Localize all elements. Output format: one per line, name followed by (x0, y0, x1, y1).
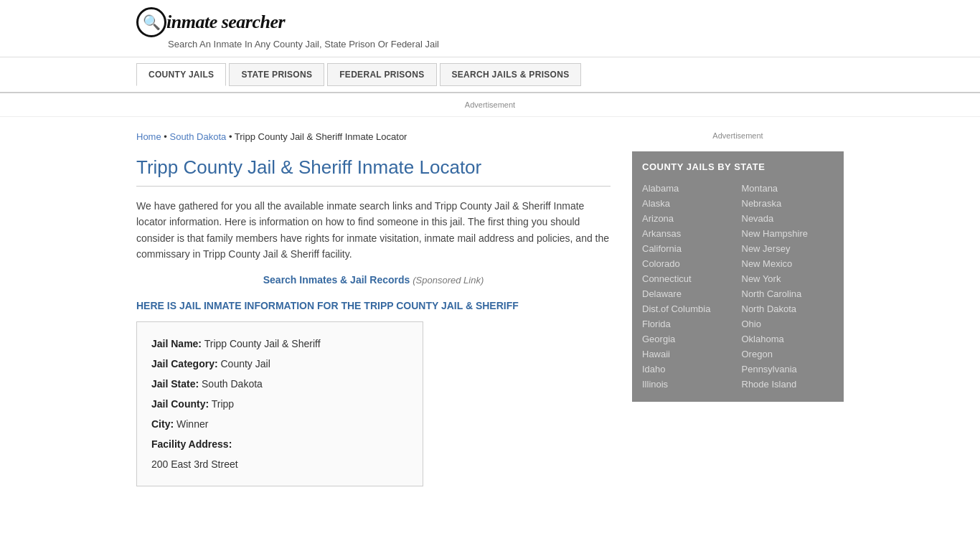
content-area: Home • South Dakota • Tripp County Jail … (136, 117, 611, 501)
state-new-mexico[interactable]: New Mexico (742, 256, 834, 271)
state-nevada[interactable]: Nevada (742, 211, 834, 226)
jail-city-label: City: (151, 418, 174, 430)
jail-county-row: Jail County: Tripp (151, 394, 408, 414)
state-pennsylvania[interactable]: Pennsylvania (742, 362, 834, 377)
state-grid: Alabama Alaska Arizona Arkansas Californ… (642, 181, 834, 392)
description: We have gathered for you all the availab… (136, 198, 611, 263)
states-col1: Alabama Alaska Arizona Arkansas Californ… (642, 181, 735, 392)
logo-text: inmate searcher (166, 11, 285, 33)
jail-address-value: 200 East 3rd Street (151, 458, 238, 470)
nav-federal-prisons[interactable]: FEDERAL PRISONS (327, 63, 436, 86)
state-montana[interactable]: Montana (742, 181, 834, 196)
sidebar: Advertisement COUNTY JAILS BY STATE Alab… (632, 117, 844, 501)
logo-icon: 🔍 (136, 7, 166, 37)
jail-county-value: Tripp (212, 398, 234, 410)
logo-italic2: searcher (222, 11, 285, 32)
state-nebraska[interactable]: Nebraska (742, 196, 834, 211)
sidebar-ad: Advertisement (632, 131, 844, 140)
state-arkansas[interactable]: Arkansas (642, 226, 735, 241)
main-container: Home • South Dakota • Tripp County Jail … (0, 117, 980, 501)
jail-state-value: South Dakota (202, 378, 263, 390)
info-box: Jail Name: Tripp County Jail & Sheriff J… (136, 321, 423, 486)
breadcrumb-home[interactable]: Home (136, 131, 161, 142)
logo-italic: inmate (166, 11, 217, 32)
states-col2: Montana Nebraska Nevada New Hampshire Ne… (742, 181, 834, 392)
breadcrumb-state[interactable]: South Dakota (169, 131, 226, 142)
jail-name-value: Tripp County Jail & Sheriff (204, 338, 321, 349)
breadcrumb: Home • South Dakota • Tripp County Jail … (136, 131, 611, 142)
logo-area: 🔍 inmate searcher (136, 7, 844, 37)
ad-banner: Advertisement (0, 93, 980, 117)
jail-name-label: Jail Name: (151, 338, 202, 349)
state-dc[interactable]: Dist.of Columbia (642, 301, 735, 316)
jail-category-label: Jail Category: (151, 358, 218, 369)
state-rhode-island[interactable]: Rhode Island (742, 377, 834, 392)
jail-state-row: Jail State: South Dakota (151, 374, 408, 394)
jail-address-label: Facility Address: (151, 438, 232, 450)
state-oregon[interactable]: Oregon (742, 347, 834, 362)
sponsored-link[interactable]: Search Inmates & Jail Records (263, 274, 410, 286)
state-connecticut[interactable]: Connecticut (642, 271, 735, 286)
state-delaware[interactable]: Delaware (642, 286, 735, 301)
state-hawaii[interactable]: Hawaii (642, 347, 735, 362)
section-heading: HERE IS JAIL INMATE INFORMATION FOR THE … (136, 300, 611, 311)
state-new-york[interactable]: New York (742, 271, 834, 286)
state-ohio[interactable]: Ohio (742, 316, 834, 331)
jail-category-row: Jail Category: County Jail (151, 354, 408, 374)
state-box-title: COUNTY JAILS BY STATE (642, 161, 834, 172)
breadcrumb-sep2: • (229, 131, 235, 142)
jail-state-label: Jail State: (151, 378, 199, 390)
header: 🔍 inmate searcher Search An Inmate In An… (0, 0, 980, 57)
state-alabama[interactable]: Alabama (642, 181, 735, 196)
nav-bar: COUNTY JAILS STATE PRISONS FEDERAL PRISO… (0, 57, 980, 93)
state-georgia[interactable]: Georgia (642, 331, 735, 347)
nav-state-prisons[interactable]: STATE PRISONS (229, 63, 324, 86)
nav-search-jails[interactable]: SEARCH JAILS & PRISONS (440, 63, 582, 86)
state-arizona[interactable]: Arizona (642, 211, 735, 226)
sponsored-link-area: Search Inmates & Jail Records (Sponsored… (136, 274, 611, 286)
state-colorado[interactable]: Colorado (642, 256, 735, 271)
state-illinois[interactable]: Illinois (642, 377, 735, 392)
jail-city-value: Winner (176, 418, 208, 430)
tagline: Search An Inmate In Any County Jail, Sta… (168, 39, 844, 50)
state-box: COUNTY JAILS BY STATE Alabama Alaska Ari… (632, 151, 844, 402)
state-florida[interactable]: Florida (642, 316, 735, 331)
state-new-hampshire[interactable]: New Hampshire (742, 226, 834, 241)
page-title: Tripp County Jail & Sheriff Inmate Locat… (136, 156, 611, 187)
jail-name-row: Jail Name: Tripp County Jail & Sheriff (151, 334, 408, 354)
jail-category-value: County Jail (220, 358, 270, 369)
state-oklahoma[interactable]: Oklahoma (742, 331, 834, 347)
jail-address-row: Facility Address: 200 East 3rd Street (151, 434, 408, 474)
state-california[interactable]: California (642, 241, 735, 256)
sponsored-label: (Sponsored Link) (413, 275, 484, 286)
state-idaho[interactable]: Idaho (642, 362, 735, 377)
nav-county-jails[interactable]: COUNTY JAILS (136, 63, 226, 86)
jail-county-label: Jail County: (151, 398, 209, 410)
state-north-dakota[interactable]: North Dakota (742, 301, 834, 316)
state-new-jersey[interactable]: New Jersey (742, 241, 834, 256)
jail-city-row: City: Winner (151, 414, 408, 434)
state-alaska[interactable]: Alaska (642, 196, 735, 211)
state-north-carolina[interactable]: North Carolina (742, 286, 834, 301)
breadcrumb-current: Tripp County Jail & Sheriff Inmate Locat… (235, 131, 407, 142)
